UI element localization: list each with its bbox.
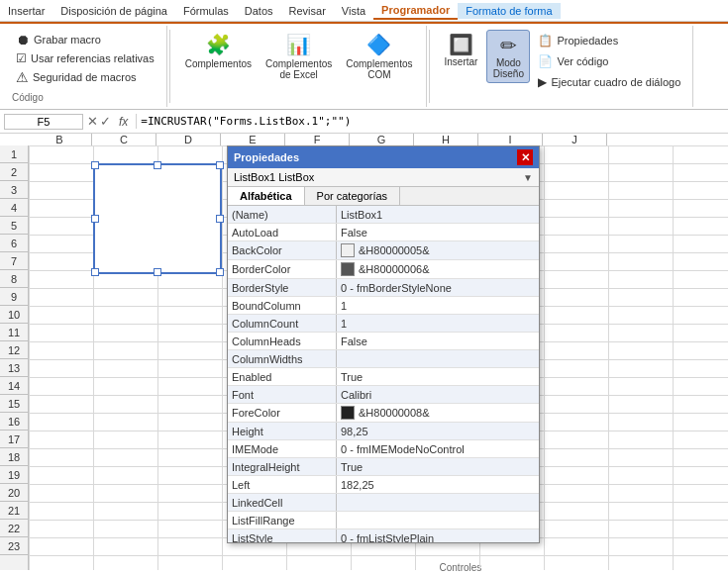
prop-name: Enabled — [228, 368, 337, 385]
prop-row[interactable]: BorderColor&H80000006& — [228, 260, 539, 279]
group-controles: 🔲 Insertar ✏ Modo Diseño 📋 Propiedades 📄… — [432, 26, 694, 107]
prop-row[interactable]: ListFillRange — [228, 512, 539, 529]
col-header-f: F — [285, 134, 350, 145]
col-header-h: H — [414, 134, 478, 145]
handle-tr[interactable] — [216, 161, 224, 169]
btn-complementos-excel[interactable]: 📊 Complementosde Excel — [260, 30, 337, 83]
formula-input[interactable] — [136, 114, 724, 129]
ejecutar-icon: ▶ — [538, 75, 547, 89]
confirm-icon[interactable]: ✓ — [100, 114, 111, 129]
row-3: 3 — [0, 181, 28, 199]
complementos-icon: 🧩 — [206, 33, 231, 56]
prop-name: IMEMode — [228, 440, 337, 457]
row-23: 23 — [0, 537, 28, 555]
cancel-icon[interactable]: ✕ — [87, 114, 98, 129]
prop-row[interactable]: Left182,25 — [228, 476, 539, 494]
prop-name: BoundColumn — [228, 297, 337, 314]
prop-value — [337, 512, 539, 528]
row-9: 9 — [0, 288, 28, 306]
prop-row[interactable]: LinkedCell — [228, 494, 539, 512]
tab-por-categorias[interactable]: Por categorías — [305, 187, 401, 205]
prop-row[interactable]: BoundColumn1 — [228, 297, 539, 315]
listbox-control[interactable] — [93, 163, 222, 274]
menu-revisar[interactable]: Revisar — [281, 3, 334, 19]
menu-formato-forma[interactable]: Formato de forma — [458, 3, 560, 19]
prop-value: 1 — [337, 315, 539, 332]
prop-row[interactable]: ColumnHeadsFalse — [228, 333, 539, 350]
prop-row[interactable]: BackColor&H80000005& — [228, 241, 539, 260]
panel-tabs: Alfabética Por categorías — [228, 187, 539, 206]
prop-value: False — [337, 333, 539, 349]
name-box[interactable] — [4, 114, 83, 130]
menu-datos[interactable]: Datos — [237, 3, 281, 19]
prop-name: ForeColor — [228, 404, 337, 422]
btn-grabar-macro[interactable]: ⏺ Grabar macro — [12, 30, 105, 49]
handle-br[interactable] — [216, 268, 224, 276]
btn-complementos[interactable]: 🧩 Complementos — [180, 30, 257, 72]
btn-seguridad-macros[interactable]: ⚠ Seguridad de macros — [12, 67, 141, 87]
sep1 — [169, 30, 170, 103]
col-header-j: J — [543, 134, 607, 145]
prop-row[interactable]: ForeColor&H80000008& — [228, 404, 539, 423]
prop-row[interactable]: (Name)ListBox1 — [228, 206, 539, 224]
prop-name: Left — [228, 476, 337, 493]
ribbon: ⏺ Grabar macro ☑ Usar referencias relati… — [0, 22, 728, 110]
prop-name: (Name) — [228, 206, 337, 223]
prop-name: ColumnCount — [228, 315, 337, 332]
row-10: 10 — [0, 306, 28, 324]
row-17: 17 — [0, 431, 28, 448]
row-20: 20 — [0, 484, 28, 502]
handle-bl[interactable] — [91, 268, 99, 276]
btn-usar-referencias[interactable]: ☑ Usar referencias relativas — [12, 49, 158, 67]
row-18: 18 — [0, 448, 28, 466]
prop-row[interactable]: ColumnCount1 — [228, 315, 539, 333]
prop-value: 98,25 — [337, 423, 539, 439]
formula-icons: ✕ ✓ — [87, 114, 111, 129]
prop-row[interactable]: Height98,25 — [228, 423, 539, 440]
handle-tl[interactable] — [91, 161, 99, 169]
menu-programador[interactable]: Programador — [373, 2, 458, 20]
prop-row[interactable]: AutoLoadFalse — [228, 224, 539, 241]
grid-cells[interactable]: Propiedades ✕ ListBox1 ListBox ▼ Alfabét… — [29, 145, 728, 570]
prop-name: Height — [228, 423, 337, 439]
row-22: 22 — [0, 520, 28, 537]
prop-name: IntegralHeight — [228, 458, 337, 475]
prop-row[interactable]: ColumnWidths — [228, 350, 539, 368]
prop-row[interactable]: IMEMode0 - fmIMEModeNoControl — [228, 440, 539, 458]
menu-formulas[interactable]: Fórmulas — [175, 3, 237, 19]
prop-row[interactable]: FontCalibri — [228, 386, 539, 404]
handle-bc[interactable] — [154, 268, 161, 276]
btn-insertar[interactable]: 🔲 Insertar — [440, 30, 483, 70]
prop-value: True — [337, 368, 539, 385]
prop-row[interactable]: ListStyle0 - fmListStylePlain — [228, 529, 539, 542]
menu-insertar[interactable]: Insertar — [0, 3, 52, 19]
prop-value: &H80000008& — [337, 404, 539, 422]
prop-name: BorderColor — [228, 260, 337, 278]
btn-ejecutar-cuadro[interactable]: ▶ Ejecutar cuadro de diálogo — [534, 73, 684, 91]
handle-ml[interactable] — [91, 215, 99, 223]
tab-alfabetica[interactable]: Alfabética — [228, 187, 305, 205]
btn-modo-diseno[interactable]: ✏ Modo Diseño — [486, 30, 530, 83]
prop-value: 182,25 — [337, 476, 539, 493]
col-header-c: C — [92, 134, 156, 145]
panel-dropdown[interactable]: ListBox1 ListBox ▼ — [228, 168, 539, 187]
col-header-row: B C D E F G H I J — [0, 134, 728, 145]
prop-value: ListBox1 — [337, 206, 539, 223]
panel-close-button[interactable]: ✕ — [517, 149, 533, 165]
row-headers: 1 2 3 4 5 6 7 8 9 10 11 12 13 14 15 16 1… — [0, 145, 29, 570]
btn-ver-codigo[interactable]: 📄 Ver código — [534, 52, 612, 70]
row-1: 1 — [0, 145, 28, 163]
handle-tc[interactable] — [154, 161, 161, 169]
panel-header: Propiedades ✕ — [228, 146, 539, 168]
handle-mr[interactable] — [216, 215, 224, 223]
btn-propiedades[interactable]: 📋 Propiedades — [534, 32, 622, 49]
reference-icon: ☑ — [16, 51, 27, 65]
menu-vista[interactable]: Vista — [334, 3, 373, 19]
prop-row[interactable]: IntegralHeightTrue — [228, 458, 539, 476]
btn-complementos-com[interactable]: 🔷 ComplementosCOM — [341, 30, 417, 83]
prop-row[interactable]: EnabledTrue — [228, 368, 539, 386]
prop-row[interactable]: BorderStyle0 - fmBorderStyleNone — [228, 279, 539, 297]
menu-disposicion[interactable]: Disposición de página — [52, 3, 175, 19]
row-16: 16 — [0, 413, 28, 431]
panel-title: Propiedades — [234, 151, 299, 163]
